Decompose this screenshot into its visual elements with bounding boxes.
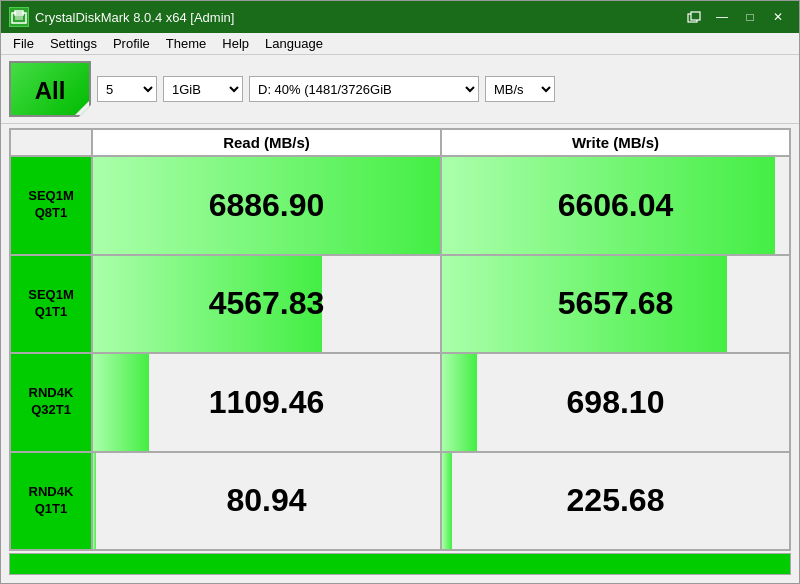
- menu-settings[interactable]: Settings: [42, 34, 105, 53]
- main-window: CrystalDiskMark 8.0.4 x64 [Admin] — □ ✕ …: [0, 0, 800, 584]
- toolbar: All 5 1GiB D: 40% (1481/3726GiB MB/s: [1, 55, 799, 124]
- row-label-3: RND4KQ1T1: [10, 452, 92, 551]
- menu-language[interactable]: Language: [257, 34, 331, 53]
- unit-select[interactable]: MB/s: [485, 76, 555, 102]
- menu-help[interactable]: Help: [214, 34, 257, 53]
- row-label-1: SEQ1MQ1T1: [10, 255, 92, 354]
- table-row: SEQ1MQ1T14567.835657.68: [10, 255, 790, 354]
- read-value-1: 4567.83: [92, 255, 441, 354]
- row-label-2: RND4KQ32T1: [10, 353, 92, 452]
- title-bar: CrystalDiskMark 8.0.4 x64 [Admin] — □ ✕: [1, 1, 799, 33]
- table-row: RND4KQ1T180.94225.68: [10, 452, 790, 551]
- read-value-2: 1109.46: [92, 353, 441, 452]
- restore-icon-button[interactable]: [681, 7, 707, 27]
- write-value-3: 225.68: [441, 452, 790, 551]
- menu-theme[interactable]: Theme: [158, 34, 214, 53]
- header-read: Read (MB/s): [92, 129, 441, 156]
- drive-select[interactable]: D: 40% (1481/3726GiB: [249, 76, 479, 102]
- table-row: RND4KQ32T11109.46698.10: [10, 353, 790, 452]
- write-value-0: 6606.04: [441, 156, 790, 255]
- write-value-2: 698.10: [441, 353, 790, 452]
- table-row: SEQ1MQ8T16886.906606.04: [10, 156, 790, 255]
- menu-bar: File Settings Profile Theme Help Languag…: [1, 33, 799, 55]
- read-value-3: 80.94: [92, 452, 441, 551]
- window-controls: — □ ✕: [681, 7, 791, 27]
- content-area: Read (MB/s) Write (MB/s) SEQ1MQ8T16886.9…: [1, 124, 799, 583]
- window-title: CrystalDiskMark 8.0.4 x64 [Admin]: [35, 10, 681, 25]
- all-button[interactable]: All: [9, 61, 91, 117]
- size-select[interactable]: 1GiB: [163, 76, 243, 102]
- header-write: Write (MB/s): [441, 129, 790, 156]
- bottom-status-bar: [9, 553, 791, 575]
- close-button[interactable]: ✕: [765, 7, 791, 27]
- maximize-button[interactable]: □: [737, 7, 763, 27]
- read-value-0: 6886.90: [92, 156, 441, 255]
- svg-rect-5: [691, 12, 700, 20]
- app-icon: [9, 7, 29, 27]
- header-label: [10, 129, 92, 156]
- table-header-row: Read (MB/s) Write (MB/s): [10, 129, 790, 156]
- minimize-button[interactable]: —: [709, 7, 735, 27]
- runs-select[interactable]: 5: [97, 76, 157, 102]
- row-label-0: SEQ1MQ8T1: [10, 156, 92, 255]
- menu-file[interactable]: File: [5, 34, 42, 53]
- write-value-1: 5657.68: [441, 255, 790, 354]
- menu-profile[interactable]: Profile: [105, 34, 158, 53]
- benchmark-table: Read (MB/s) Write (MB/s) SEQ1MQ8T16886.9…: [9, 128, 791, 551]
